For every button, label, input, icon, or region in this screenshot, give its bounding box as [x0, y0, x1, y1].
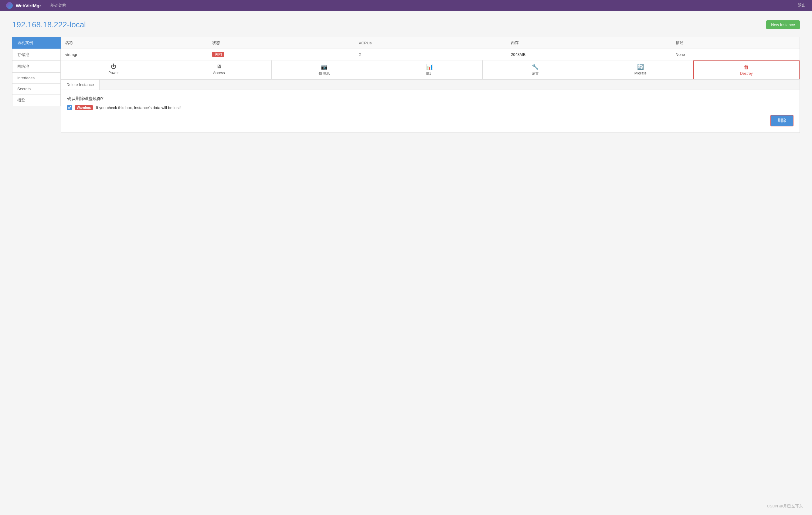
- sidebar-item-virtual-instances[interactable]: 虚机实例: [12, 37, 61, 49]
- action-migrate[interactable]: 🔄 Migrate: [588, 60, 693, 79]
- destroy-label: Destroy: [740, 72, 753, 76]
- delete-panel: Delete Instance 确认删除磁盘镜像? Warning: If yo…: [61, 80, 800, 133]
- action-power[interactable]: ⏻ Power: [61, 60, 166, 79]
- navbar-brand: WebVirtMgr: [16, 3, 41, 8]
- sidebar-item-secrets[interactable]: Secrets: [12, 83, 61, 94]
- instance-name: virtmgr: [61, 49, 208, 60]
- navbar: WebVirtMgr 基础架构 退出: [0, 0, 812, 11]
- new-instance-button[interactable]: New Instance: [766, 20, 800, 29]
- sidebar-item-overview[interactable]: 概览: [12, 94, 61, 106]
- destroy-icon: 🗑: [744, 64, 749, 71]
- sidebar-item-network-pool[interactable]: 网络池: [12, 60, 61, 73]
- instance-table: 名称 状态 VCPUs 内存 描述 virtmgr 关闭 2 2048M: [61, 37, 800, 60]
- action-stats[interactable]: 📊 统计: [377, 60, 482, 79]
- main-layout: 虚机实例 存储池 网络池 Interfaces Secrets 概览: [12, 37, 800, 133]
- status-badge: 关闭: [212, 52, 224, 57]
- delete-disk-checkbox[interactable]: [67, 105, 72, 110]
- action-toolbar: ⏻ Power 🖥 Access 📷 快照池 📊 统计 🔧 设置: [61, 60, 800, 80]
- navbar-infra-link[interactable]: 基础架构: [50, 3, 66, 8]
- power-label: Power: [108, 71, 119, 75]
- migrate-icon: 🔄: [637, 63, 644, 70]
- col-header-desc: 描述: [671, 37, 800, 49]
- snapshots-icon: 📷: [321, 63, 327, 70]
- snapshots-label: 快照池: [319, 71, 330, 76]
- warning-badge: Warning:: [75, 105, 93, 110]
- instance-memory: 2048MB: [506, 49, 671, 60]
- main-area: 名称 状态 VCPUs 内存 描述 virtmgr 关闭 2 2048M: [61, 37, 800, 133]
- navbar-logout[interactable]: 退出: [798, 3, 806, 8]
- action-access[interactable]: 🖥 Access: [166, 60, 272, 79]
- action-snapshots[interactable]: 📷 快照池: [272, 60, 377, 79]
- col-header-name: 名称: [61, 37, 208, 49]
- instance-status: 关闭: [208, 49, 354, 60]
- sidebar-item-interfaces[interactable]: Interfaces: [12, 72, 61, 84]
- instance-desc: None: [671, 49, 800, 60]
- access-icon: 🖥: [216, 63, 222, 70]
- navbar-logo: [6, 2, 13, 9]
- warning-row: Warning: If you check this box, Instance…: [67, 105, 793, 110]
- instance-vcpus: 2: [354, 49, 506, 60]
- delete-confirm-text: 确认删除磁盘镜像?: [67, 96, 793, 102]
- checkbox-wrapper: [67, 105, 72, 110]
- delete-button[interactable]: 删除: [771, 115, 793, 127]
- power-icon: ⏻: [111, 63, 116, 70]
- col-header-memory: 内存: [506, 37, 671, 49]
- settings-label: 设置: [531, 71, 539, 76]
- sidebar: 虚机实例 存储池 网络池 Interfaces Secrets 概览: [12, 37, 61, 133]
- action-settings[interactable]: 🔧 设置: [483, 60, 588, 79]
- col-header-vcpus: VCPUs: [354, 37, 506, 49]
- delete-action-row: 删除: [67, 115, 793, 127]
- col-header-status: 状态: [208, 37, 354, 49]
- stats-label: 统计: [426, 71, 433, 76]
- stats-icon: 📊: [426, 63, 433, 70]
- warning-text: If you check this box, Instance's data w…: [96, 105, 181, 110]
- settings-icon: 🔧: [532, 63, 539, 70]
- delete-panel-tabs: Delete Instance: [61, 80, 800, 90]
- sidebar-item-storage-pool[interactable]: 存储池: [12, 49, 61, 61]
- delete-instance-tab[interactable]: Delete Instance: [61, 80, 99, 90]
- page-content: 192.168.18.222-local New Instance 虚机实例 存…: [0, 11, 812, 142]
- page-title-row: 192.168.18.222-local New Instance: [12, 20, 800, 29]
- table-row: virtmgr 关闭 2 2048MB None: [61, 49, 800, 60]
- access-label: Access: [213, 71, 225, 75]
- delete-panel-body: 确认删除磁盘镜像? Warning: If you check this box…: [61, 90, 800, 133]
- migrate-label: Migrate: [634, 71, 646, 75]
- page-title: 192.168.18.222-local: [12, 20, 86, 29]
- action-destroy[interactable]: 🗑 Destroy: [693, 60, 800, 79]
